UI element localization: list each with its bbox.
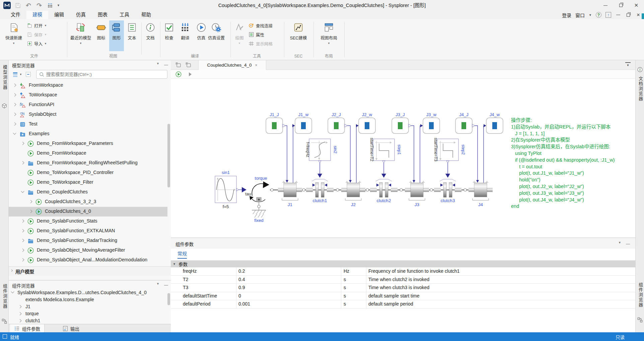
- panel-minimize-icon[interactable]: [626, 241, 630, 245]
- tree-item[interactable]: FunctionAPI: [9, 100, 167, 110]
- step-forward-icon[interactable]: [187, 71, 193, 77]
- component-icon[interactable]: [637, 317, 643, 323]
- param-row[interactable]: defaultStartTime0 sdefault sample start …: [171, 292, 635, 301]
- menu-chart[interactable]: 图表: [92, 11, 114, 19]
- text-view-button[interactable]: 文本: [125, 20, 139, 51]
- menu-help[interactable]: 帮助: [135, 11, 157, 19]
- redo-icon[interactable]: ↷: [35, 2, 43, 9]
- document-button[interactable]: 文档: [143, 20, 158, 51]
- help-icon[interactable]: ?: [596, 12, 601, 18]
- model-library-cube-icon[interactable]: [2, 103, 7, 108]
- tree-item[interactable]: Demo_SyslabObject_MovingAverageFilter: [9, 246, 167, 255]
- component-browser-vertical-tab[interactable]: 组件浏览器: [2, 284, 8, 309]
- show-grid-button[interactable]: 显示网格: [248, 39, 282, 48]
- new-window-icon[interactable]: [185, 62, 191, 68]
- component-tree-root[interactable]: SyslabWorkspace.Examples.D...utches.Coup…: [9, 289, 167, 296]
- tree-item[interactable]: Demo_CoupledClutches: [9, 187, 167, 197]
- param-row[interactable]: freqHz0.2 HzFrequency of sine function t…: [171, 267, 635, 276]
- component-tree-item[interactable]: torque: [9, 310, 167, 317]
- window-menu[interactable]: 窗口: [575, 12, 585, 18]
- fixed-block[interactable]: fixed: [252, 197, 266, 223]
- tab-overflow-icon[interactable]: ▼: [625, 62, 631, 68]
- sec-modeling-button[interactable]: SEC建模: [285, 20, 311, 51]
- model-browser-vertical-tab[interactable]: 模型浏览器: [2, 65, 8, 90]
- tree-item[interactable]: Demo_FromWorkspace: [9, 149, 167, 158]
- plot-button[interactable]: 绘图▼: [232, 20, 247, 51]
- param-row[interactable]: defaultPeriod0.001 sdefault sample perio…: [171, 300, 635, 309]
- source-blocks[interactable]: f=freqHz startTime=T2 startTime=T3 sin2 …: [305, 138, 466, 178]
- quick-new-button[interactable]: 快速新建▼: [3, 20, 25, 51]
- param-row[interactable]: T20.4 sTime when clutch2 is invoked: [171, 276, 635, 284]
- tree-item[interactable]: Demo_SyslabFunction_RadarTracking: [9, 236, 167, 246]
- tab-component-params[interactable]: 组件参数: [10, 324, 45, 333]
- document-browser-vertical-tab[interactable]: 文档浏览器: [637, 76, 644, 101]
- tab-close-icon[interactable]: ×: [255, 63, 257, 68]
- search-input[interactable]: [46, 72, 164, 77]
- params-section-header[interactable]: ▼ 参数: [171, 260, 635, 267]
- section-collapse-icon[interactable]: ▼: [173, 262, 176, 266]
- document-tab-active[interactable]: CoupledClutches_4_0 ×: [198, 60, 266, 70]
- window-menu-dropdown-icon[interactable]: ▼: [589, 13, 592, 17]
- collapse-ribbon-icon[interactable]: ↑: [605, 12, 611, 18]
- save-icon[interactable]: [14, 2, 21, 9]
- tree-item[interactable]: CoupledClutches_3_2_3: [9, 197, 167, 207]
- search-box[interactable]: [36, 70, 167, 79]
- translate-button[interactable]: 翻译: [177, 20, 193, 51]
- import-button[interactable]: 导入▼: [27, 39, 64, 48]
- menu-edit[interactable]: 编辑: [48, 11, 70, 19]
- panel-minimize-icon[interactable]: [164, 282, 168, 286]
- model-browser-scrollbar[interactable]: [167, 124, 170, 187]
- tree-item[interactable]: ToWorkspace: [9, 90, 167, 100]
- top-blocks[interactable]: J1_JJ1_w J2_JJ2_w J3_JJ3_w J4_JJ4_w: [266, 112, 503, 134]
- save-button[interactable]: 保存▼: [27, 30, 64, 39]
- tree-item[interactable]: SyslabObject: [9, 110, 167, 119]
- component-tree-item[interactable]: clutch1: [9, 317, 167, 324]
- user-models-section[interactable]: 用户模型: [9, 266, 171, 276]
- component-icon[interactable]: [2, 319, 7, 324]
- tab-general[interactable]: 常规: [177, 250, 187, 259]
- grid-tool-icon[interactable]: [46, 2, 54, 9]
- tree-item[interactable]: FromWorkspace: [9, 81, 167, 90]
- tree-item[interactable]: Demo_SyslabFunction_EXTKALMAN: [9, 226, 167, 236]
- diagram-view-button[interactable]: 图形: [109, 20, 124, 51]
- component-browser-vertical-tab-right[interactable]: 组件浏览器: [637, 282, 644, 308]
- tree-item[interactable]: Examples: [9, 129, 167, 139]
- find-connection-button[interactable]: 查找连接: [248, 21, 282, 30]
- properties-button[interactable]: 属性: [248, 30, 282, 39]
- child-close-icon[interactable]: ✕: [635, 12, 641, 18]
- quick-access-dropdown-icon[interactable]: ▼: [57, 4, 60, 7]
- menu-file[interactable]: 文件: [5, 11, 26, 19]
- tree-filter-dropdown-icon[interactable]: ▼: [19, 73, 22, 76]
- minimize-button[interactable]: [598, 0, 613, 11]
- tree-item[interactable]: Demo_ToWorkspace_PID_Controller: [9, 168, 167, 178]
- tree-item[interactable]: Demo_ToWorkspace_Filter: [9, 178, 167, 187]
- undo-icon[interactable]: ↶: [25, 2, 32, 9]
- sim-settings-button[interactable]: 仿真设置: [204, 20, 228, 51]
- tree-item[interactable]: Test: [9, 119, 167, 129]
- menu-simulate[interactable]: 仿真: [70, 11, 92, 19]
- close-button[interactable]: ✕: [629, 0, 644, 11]
- tree-filter-icon[interactable]: [13, 72, 18, 78]
- child-restore-icon[interactable]: [625, 12, 631, 18]
- tree-item[interactable]: Demo_FromWorkspace_RollingWheelSetPullin…: [9, 158, 167, 168]
- component-browser-scrollbar[interactable]: [167, 293, 170, 305]
- menu-modeling[interactable]: 建模: [26, 11, 48, 19]
- tree-item[interactable]: Demo_SyslabObject_Anal...ModulationDemod…: [9, 255, 167, 265]
- param-row[interactable]: T30.9 sTime when clutch3 is invoked: [171, 284, 635, 292]
- tree-item[interactable]: Demo_FromWorkspace_Parameters: [9, 139, 167, 149]
- open-button[interactable]: 打开▼: [27, 21, 64, 30]
- tree-item[interactable]: Demo_SyslabFunction_Stats: [9, 217, 167, 226]
- component-tree-item[interactable]: extends Modelica.Icons.Example: [9, 296, 167, 303]
- collapse-all-icon[interactable]: [25, 72, 31, 78]
- menu-tools[interactable]: 工具: [114, 11, 135, 19]
- login-button[interactable]: 登录: [562, 12, 571, 18]
- float-window-icon[interactable]: [175, 62, 181, 68]
- tab-output[interactable]: 输出: [58, 324, 83, 333]
- sin1-block[interactable]: sin1 f=5: [215, 170, 246, 209]
- panel-dropdown-icon[interactable]: ▼: [618, 241, 621, 245]
- icon-view-button[interactable]: 图标: [94, 20, 109, 51]
- panel-dropdown-icon[interactable]: ▼: [156, 282, 159, 286]
- panel-minimize-icon[interactable]: [164, 62, 168, 66]
- tree-item-selected[interactable]: CoupledClutches_4_0: [9, 207, 167, 217]
- view-layout-button[interactable]: 视图布局▼: [315, 20, 343, 51]
